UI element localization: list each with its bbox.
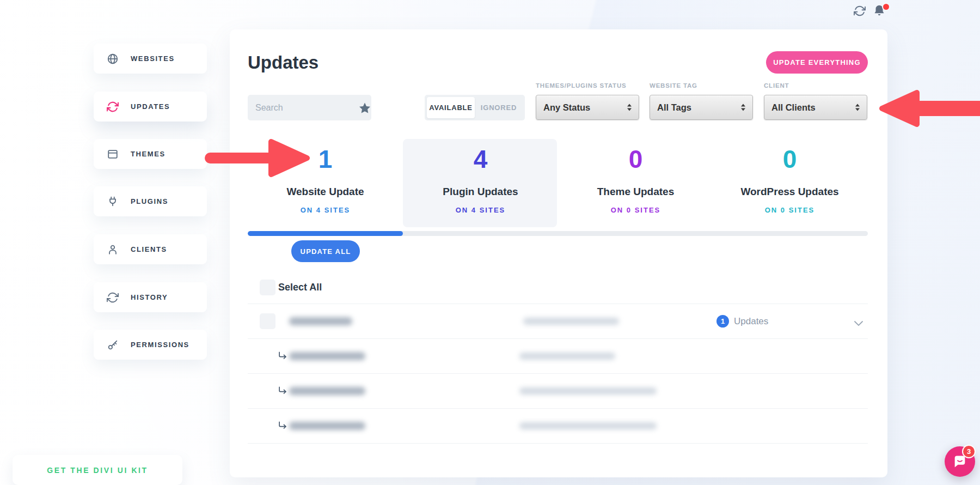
client-dropdown-value: All Clients bbox=[771, 102, 816, 113]
stat-theme-updates[interactable]: 0 Theme Updates ON 0 SITES bbox=[558, 139, 713, 227]
row-checkbox[interactable] bbox=[260, 313, 275, 329]
stat-count: 0 bbox=[558, 147, 713, 172]
stat-label: Plugin Updates bbox=[403, 186, 558, 198]
stat-sites: ON 0 SITES bbox=[712, 206, 867, 214]
toggle-available[interactable]: AVAILABLE bbox=[427, 97, 475, 118]
sidebar-item-plugins[interactable]: PLUGINS bbox=[94, 186, 207, 216]
refresh-icon[interactable] bbox=[854, 5, 866, 17]
update-all-button[interactable]: UPDATE ALL bbox=[291, 240, 360, 262]
window-icon bbox=[107, 148, 119, 160]
redacted-site-name bbox=[289, 317, 352, 325]
status-dropdown-value: Any Status bbox=[543, 102, 590, 113]
annotation-arrow-left bbox=[878, 87, 980, 131]
stat-label: WordPress Updates bbox=[712, 186, 867, 198]
page-title: Updates bbox=[248, 52, 318, 73]
corner-down-right-icon bbox=[277, 350, 288, 361]
sidebar-item-label: PERMISSIONS bbox=[131, 341, 189, 349]
dropdown-arrows-icon bbox=[741, 104, 746, 111]
divi-ui-kit-label: GET THE DIVI UI KIT bbox=[47, 466, 148, 475]
stat-sites: ON 4 SITES bbox=[248, 206, 403, 214]
sidebar-item-themes[interactable]: THEMES bbox=[94, 139, 207, 169]
stat-count: 1 bbox=[248, 147, 403, 172]
plug-icon bbox=[107, 196, 119, 208]
update-everything-button[interactable]: UPDATE EVERYTHING bbox=[766, 51, 868, 74]
stat-website-updates[interactable]: 1 Website Update ON 4 SITES bbox=[248, 139, 403, 227]
notification-dot bbox=[882, 3, 890, 11]
sidebar-item-label: THEMES bbox=[131, 150, 166, 158]
dropdown-arrows-icon bbox=[627, 104, 632, 111]
select-all-label: Select All bbox=[278, 282, 322, 293]
chat-badge: 3 bbox=[962, 445, 976, 458]
redacted-update-detail bbox=[519, 387, 657, 395]
chevron-down-icon[interactable] bbox=[854, 319, 863, 324]
sidebar-item-label: WEBSITES bbox=[131, 54, 175, 63]
stat-count: 0 bbox=[712, 147, 867, 172]
table-row[interactable] bbox=[248, 373, 868, 408]
corner-down-right-icon bbox=[277, 420, 288, 431]
table-row[interactable] bbox=[248, 338, 868, 373]
stat-plugin-updates[interactable]: 4 Plugin Updates ON 4 SITES bbox=[403, 139, 558, 227]
status-dropdown[interactable]: Any Status bbox=[536, 95, 639, 120]
updates-badge-label: Updates bbox=[734, 316, 768, 327]
redacted-update-name bbox=[289, 387, 365, 395]
dropdown-label-client: CLIENT bbox=[764, 82, 789, 89]
sidebar-item-permissions[interactable]: PERMISSIONS bbox=[94, 330, 207, 360]
sidebar-item-updates[interactable]: UPDATES bbox=[94, 92, 207, 122]
user-icon bbox=[107, 244, 119, 256]
sidebar-item-label: HISTORY bbox=[131, 293, 168, 301]
sidebar-item-clients[interactable]: CLIENTS bbox=[94, 234, 207, 264]
updates-table: 1 Updates bbox=[248, 304, 868, 444]
status-toggle: AVAILABLE IGNORED bbox=[425, 95, 525, 120]
stat-count: 4 bbox=[403, 147, 558, 172]
sidebar-item-label: PLUGINS bbox=[131, 197, 168, 205]
dropdown-arrows-icon bbox=[855, 104, 860, 111]
key-icon bbox=[107, 339, 119, 351]
sidebar-item-label: CLIENTS bbox=[131, 245, 167, 253]
stat-wordpress-updates[interactable]: 0 WordPress Updates ON 0 SITES bbox=[712, 139, 867, 227]
sidebar-item-history[interactable]: HISTORY bbox=[94, 282, 207, 312]
table-row[interactable] bbox=[248, 408, 868, 444]
updates-progress-bar bbox=[248, 231, 868, 236]
updates-count-badge: 1 bbox=[716, 315, 729, 328]
website-tag-dropdown-value: All Tags bbox=[657, 102, 691, 113]
toggle-ignored[interactable]: IGNORED bbox=[475, 97, 523, 118]
select-all-checkbox[interactable] bbox=[260, 280, 275, 295]
redacted-update-detail bbox=[519, 422, 657, 429]
sync-icon bbox=[107, 101, 119, 113]
redacted-site-url bbox=[523, 318, 619, 325]
dropdown-label-tag: WEBSITE TAG bbox=[650, 82, 697, 89]
stat-label: Theme Updates bbox=[558, 186, 713, 198]
stat-sites: ON 4 SITES bbox=[403, 206, 558, 214]
star-icon[interactable] bbox=[358, 101, 371, 114]
redacted-update-name bbox=[289, 422, 365, 430]
search-input[interactable] bbox=[248, 95, 371, 120]
redacted-update-detail bbox=[519, 353, 615, 360]
stat-label: Website Update bbox=[248, 186, 403, 198]
divi-ui-kit-link[interactable]: GET THE DIVI UI KIT bbox=[13, 455, 182, 485]
stat-sites: ON 0 SITES bbox=[558, 206, 713, 214]
website-tag-dropdown[interactable]: All Tags bbox=[650, 95, 753, 120]
globe-icon bbox=[107, 53, 119, 65]
table-row[interactable]: 1 Updates bbox=[248, 304, 868, 338]
dropdown-label-status: THEMES/PLUGINS STATUS bbox=[536, 82, 627, 89]
main-panel: Updates UPDATE EVERYTHING AVAILABLE IGNO… bbox=[230, 29, 887, 477]
sidebar-item-label: UPDATES bbox=[131, 102, 170, 111]
client-dropdown[interactable]: All Clients bbox=[764, 95, 867, 120]
corner-down-right-icon bbox=[277, 385, 288, 396]
sidebar-item-websites[interactable]: WEBSITES bbox=[94, 44, 207, 74]
history-icon bbox=[107, 292, 119, 304]
progress-fill bbox=[248, 231, 403, 236]
redacted-update-name bbox=[289, 352, 365, 360]
